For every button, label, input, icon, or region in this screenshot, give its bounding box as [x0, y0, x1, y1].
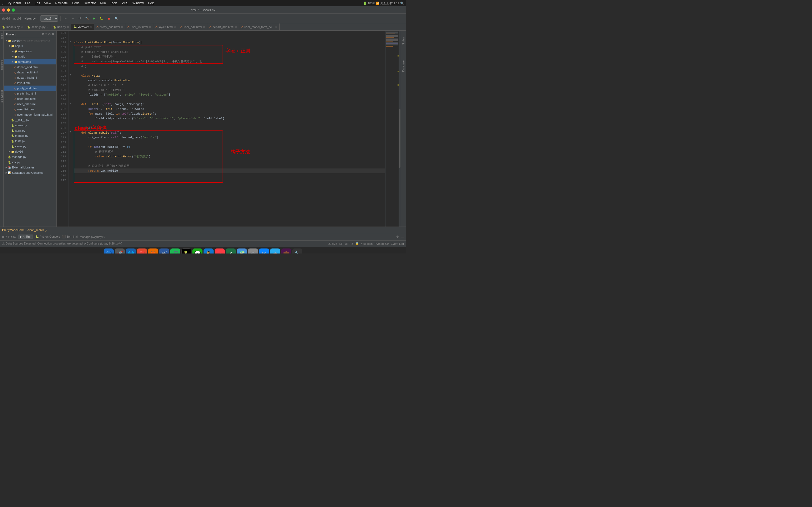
dock-other[interactable]: 🔧 [292, 248, 302, 254]
tab-database[interactable]: Database [402, 60, 405, 72]
build-button[interactable]: 🔨 [84, 15, 90, 21]
code-editor[interactable]: 186 187 188 189 190 191 192 193 194 195 … [57, 31, 401, 227]
structure-tab-icon[interactable]: Structure [1, 60, 3, 70]
tab-depart-add[interactable]: ◇ depart_add.html ✕ [207, 23, 239, 31]
tab-close-models[interactable]: ✕ [20, 25, 23, 29]
tab-user-list[interactable]: ◇ user_list.html ✕ [125, 23, 153, 31]
window-controls[interactable] [2, 8, 15, 12]
tab-close-user-model[interactable]: ✕ [275, 25, 277, 29]
dock-pycharm[interactable]: 🐍 [181, 248, 191, 254]
menu-refactor[interactable]: Refactor [84, 1, 96, 5]
python-console-tab[interactable]: 🐍 Python Console [35, 235, 60, 238]
dock-chrome[interactable]: 🔴 [137, 248, 147, 254]
tree-day16-root[interactable]: ▼ 📁 day16 ~/PycharmProjects/gx/day16 [4, 38, 56, 43]
maximize-button[interactable] [12, 8, 15, 12]
dock-slack[interactable]: 💼 [281, 248, 291, 254]
menu-help[interactable]: Help [148, 1, 155, 5]
tab-pretty-add[interactable]: ◇ pretty_add.html ✕ [94, 23, 125, 31]
manage-tab[interactable]: manage.py@day16 [80, 235, 105, 238]
close-sidebar-icon[interactable]: ✕ [52, 33, 54, 36]
tree-pretty-list[interactable]: ◇ pretty_list.html [4, 91, 56, 96]
tab-close-depart[interactable]: ✕ [235, 25, 237, 29]
menu-edit[interactable]: Edit [34, 1, 40, 5]
tree-user-model-form[interactable]: ◇ user_model_form_add.html [4, 112, 56, 117]
tree-user-edit[interactable]: ◇ user_edit.html [4, 101, 56, 107]
tree-models[interactable]: 🐍 models.py [4, 133, 56, 138]
tree-user-add[interactable]: ◇ user_add.html [4, 96, 56, 101]
minimize-button[interactable] [7, 8, 10, 12]
menu-code[interactable]: Code [72, 1, 80, 5]
menu-file[interactable]: File [25, 1, 30, 5]
terminal-tab[interactable]: ⬛ Terminal [62, 235, 78, 238]
dock-telegram[interactable]: ✈ [270, 248, 280, 254]
dock-word[interactable]: W [159, 248, 169, 254]
dock-spotify[interactable]: 🎵 [170, 248, 180, 254]
menu-tools[interactable]: Tools [110, 1, 117, 5]
tab-close-urls[interactable]: ✕ [67, 25, 69, 29]
tab-urls-py[interactable]: 🐍 urls.py ✕ [51, 23, 71, 31]
breadcrumb-app01[interactable]: app01 [13, 17, 21, 20]
debug-button[interactable]: 🐛 [98, 15, 105, 21]
branch-selector[interactable]: day16 [40, 15, 58, 22]
settings-run-icon[interactable]: ⚙ [396, 235, 399, 238]
menu-view[interactable]: View [44, 1, 51, 5]
tab-close-views[interactable]: ✕ [90, 25, 92, 28]
collapse-icon[interactable]: ≡ [45, 33, 47, 36]
menu-window[interactable]: Window [133, 1, 144, 5]
menu-pycharm[interactable]: PyCharm [8, 1, 21, 5]
search-button[interactable]: 🔍 [113, 15, 120, 21]
tree-init[interactable]: 🐍 __init__.py [4, 117, 56, 122]
breadcrumb-day16[interactable]: day16 [2, 17, 10, 20]
dock-music[interactable]: ♪ [215, 248, 225, 254]
tree-manage[interactable]: 🐍 manage.py [4, 154, 56, 160]
tab-s-view[interactable]: S:view [402, 37, 405, 45]
settings-icon[interactable]: ⚙ [42, 33, 44, 36]
tree-tests[interactable]: 🐍 tests.py [4, 138, 56, 144]
tab-user-model[interactable]: ◇ user_model_form_ac... ✕ [239, 23, 280, 31]
tab-views-py[interactable]: 🐍 views.py ✕ [71, 23, 94, 31]
close-run-icon[interactable]: — [401, 235, 404, 238]
dock-launchpad[interactable]: 🚀 [115, 248, 125, 254]
tree-pretty-add[interactable]: ◇ pretty_add.html [4, 86, 56, 91]
gear-icon[interactable]: ⚙ [48, 33, 51, 36]
tree-app01[interactable]: ▼ 📁 app01 [4, 43, 56, 49]
tree-migrations[interactable]: ▶ 📁 migrations [4, 49, 56, 54]
stop-button[interactable]: ⏹ [106, 16, 112, 21]
tab-close-pretty[interactable]: ✕ [121, 25, 123, 29]
tree-admin[interactable]: 🐍 admin.py [4, 122, 56, 128]
dock-wechat[interactable]: 💬 [192, 248, 202, 254]
tree-apps[interactable]: 🐍 apps.py [4, 128, 56, 133]
dock-finder[interactable]: 🔵 [104, 248, 114, 254]
tree-views[interactable]: 🐍 views.py [4, 144, 56, 149]
vertical-scrollbar[interactable] [399, 31, 401, 227]
tree-depart-add[interactable]: ◇ depart_add.html [4, 64, 56, 70]
tree-depart-edit[interactable]: ◇ depart_edit.html [4, 70, 56, 75]
tree-templates[interactable]: ▼ 📁 templates [4, 59, 56, 64]
code-text[interactable]: class PrettyModelForm(forms.ModelForm): … [72, 31, 386, 227]
tab-close-user-list[interactable]: ✕ [149, 25, 151, 29]
refresh-button[interactable]: ↺ [77, 15, 83, 21]
tab-user-edit[interactable]: ◇ user_edit.html ✕ [178, 23, 207, 31]
menu-navigate[interactable]: Navigate [55, 1, 68, 5]
run-button[interactable]: ▶ [92, 15, 97, 21]
tab-settings-py[interactable]: 🐍 settings.py ✕ [25, 23, 51, 31]
todo-tab[interactable]: ≡ 6: TODO [2, 235, 16, 238]
dock-browser2[interactable]: 🌍 [237, 248, 247, 254]
dock-qq[interactable]: 🐧 [204, 248, 214, 254]
project-tab-icon[interactable]: Project [1, 33, 3, 40]
tree-static[interactable]: ▶ 📁 static [4, 54, 56, 59]
dock-settings[interactable]: ⚙ [248, 248, 258, 254]
tab-close-user-edit[interactable]: ✕ [203, 25, 205, 29]
forward-button[interactable]: → [70, 16, 76, 21]
sidebar-icons[interactable]: ⚙ ≡ ⚙ ✕ [42, 33, 54, 36]
menu-vcs[interactable]: VCS [121, 1, 128, 5]
dock-safari[interactable]: 🌐 [126, 248, 136, 254]
dock-mail[interactable]: ✉ [259, 248, 269, 254]
menu-run[interactable]: Run [100, 1, 106, 5]
tree-user-list[interactable]: ◇ user_list.html [4, 107, 56, 112]
tree-layout[interactable]: ◇ layout.html [4, 80, 56, 86]
tree-scratches[interactable]: ▶ 📝 Scratches and Consoles [4, 170, 56, 175]
tree-xxx[interactable]: 🐍 xxx.py [4, 160, 56, 165]
back-button[interactable]: ← [63, 16, 69, 21]
tab-close-settings[interactable]: ✕ [47, 25, 49, 29]
